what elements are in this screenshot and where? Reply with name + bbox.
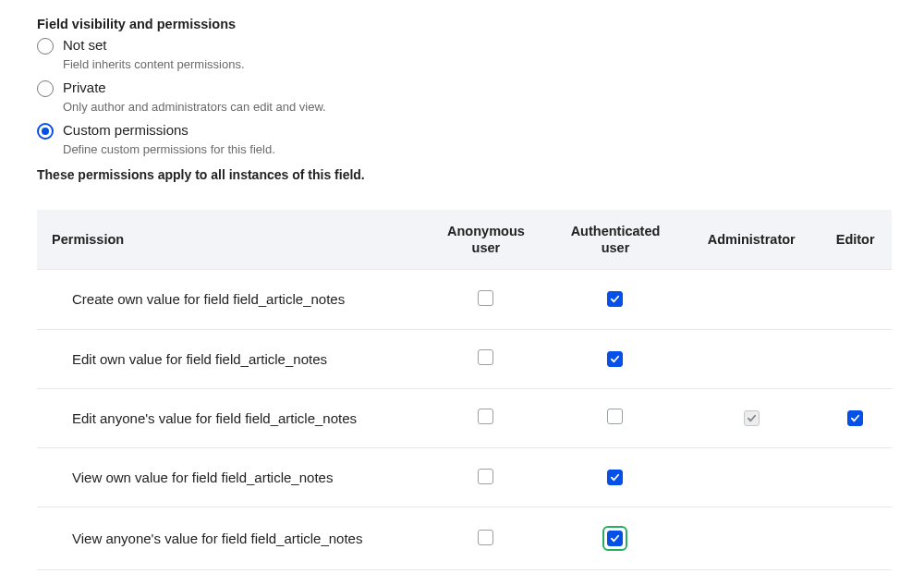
permission-cell bbox=[819, 388, 892, 447]
table-row: Create own value for field field_article… bbox=[37, 270, 892, 329]
permission-cell bbox=[547, 507, 684, 570]
permission-cell bbox=[547, 270, 684, 329]
col-permission: Permission bbox=[37, 210, 425, 270]
radio-label: Not set bbox=[63, 37, 245, 53]
radio-description: Field inherits content permissions. bbox=[63, 57, 245, 71]
permission-cell bbox=[684, 448, 819, 507]
radio-input[interactable] bbox=[37, 80, 54, 97]
radio-description: Define custom permissions for this field… bbox=[63, 142, 275, 156]
permission-label: Edit own value for field field_article_n… bbox=[37, 329, 425, 388]
col-authenticated-user: Authenticateduser bbox=[547, 210, 684, 270]
permission-cell bbox=[425, 270, 547, 329]
permission-cell bbox=[547, 329, 684, 388]
section-title: Field visibility and permissions bbox=[37, 17, 892, 31]
permissions-table: Permission Anonymoususer Authenticatedus… bbox=[37, 210, 892, 570]
radio-label: Private bbox=[63, 79, 326, 95]
permission-label: View anyone's value for field field_arti… bbox=[37, 507, 425, 570]
permission-checkbox[interactable] bbox=[847, 410, 863, 426]
radio-input[interactable] bbox=[37, 38, 54, 55]
radio-input[interactable] bbox=[37, 123, 54, 140]
col-anonymous-user: Anonymoususer bbox=[425, 210, 547, 270]
permission-cell bbox=[425, 329, 547, 388]
table-row: View own value for field field_article_n… bbox=[37, 448, 892, 507]
permission-checkbox[interactable] bbox=[478, 469, 493, 484]
permission-checkbox[interactable] bbox=[607, 291, 623, 307]
permission-cell bbox=[684, 507, 819, 570]
permission-cell bbox=[425, 388, 547, 447]
permission-checkbox bbox=[744, 410, 760, 426]
permission-label: Create own value for field field_article… bbox=[37, 270, 425, 329]
permission-checkbox[interactable] bbox=[607, 351, 623, 367]
permission-cell bbox=[819, 270, 892, 329]
permission-cell bbox=[425, 507, 547, 570]
table-row: Edit anyone's value for field field_arti… bbox=[37, 388, 892, 447]
table-row: Edit own value for field field_article_n… bbox=[37, 329, 892, 388]
permission-cell bbox=[684, 388, 819, 447]
radio-label: Custom permissions bbox=[63, 122, 275, 138]
permission-checkbox[interactable] bbox=[607, 470, 623, 485]
permission-cell bbox=[819, 448, 892, 507]
permission-cell bbox=[547, 388, 684, 447]
permission-checkbox[interactable] bbox=[607, 531, 623, 546]
permission-cell bbox=[547, 448, 684, 507]
permission-cell bbox=[819, 507, 892, 570]
permission-checkbox[interactable] bbox=[607, 409, 623, 424]
permissions-note: These permissions apply to all instances… bbox=[37, 167, 892, 182]
checkbox-focus-ring bbox=[602, 526, 627, 551]
permission-cell bbox=[684, 270, 819, 329]
permission-cell bbox=[819, 329, 892, 388]
radio-group: Not set Field inherits content permissio… bbox=[37, 37, 892, 162]
permission-label: Edit anyone's value for field field_arti… bbox=[37, 388, 425, 447]
permission-cell bbox=[425, 448, 547, 507]
radio-option-custom-permissions[interactable]: Custom permissions Define custom permiss… bbox=[37, 122, 892, 162]
table-header-row: Permission Anonymoususer Authenticatedus… bbox=[37, 210, 892, 270]
permission-checkbox[interactable] bbox=[478, 290, 493, 306]
col-administrator: Administrator bbox=[684, 210, 819, 270]
permission-checkbox[interactable] bbox=[478, 530, 493, 545]
permission-label: View own value for field field_article_n… bbox=[37, 448, 425, 507]
radio-option-private[interactable]: Private Only author and administrators c… bbox=[37, 79, 892, 119]
permission-checkbox[interactable] bbox=[478, 349, 493, 365]
permission-cell bbox=[684, 329, 819, 388]
radio-option-not-set[interactable]: Not set Field inherits content permissio… bbox=[37, 37, 892, 77]
table-row: View anyone's value for field field_arti… bbox=[37, 507, 892, 570]
permission-checkbox[interactable] bbox=[478, 409, 493, 424]
radio-description: Only author and administrators can edit … bbox=[63, 100, 326, 114]
col-editor: Editor bbox=[819, 210, 892, 270]
